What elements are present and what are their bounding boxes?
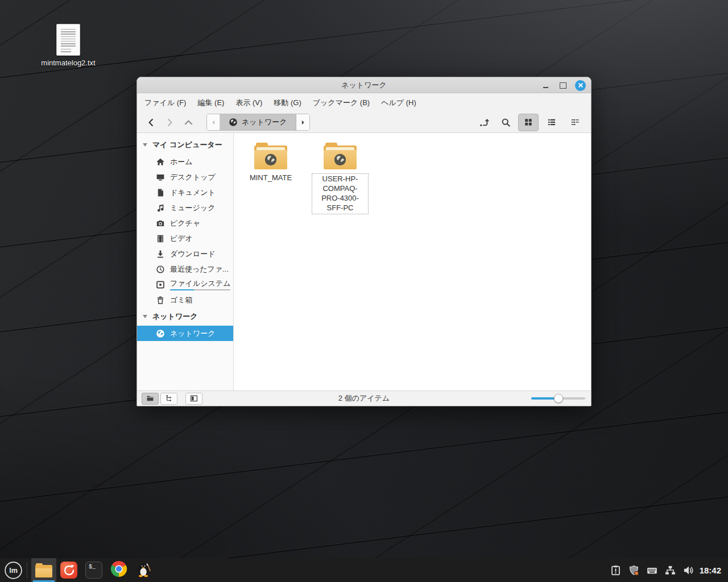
sidebar-item-videos[interactable]: ビデオ: [137, 231, 233, 246]
sidebar-item-pictures[interactable]: ピクチャ: [137, 215, 233, 231]
sidebar-item-documents[interactable]: ドキュメント: [137, 185, 233, 200]
tray-keyboard-icon[interactable]: [647, 565, 657, 576]
menu-go[interactable]: 移動 (G): [268, 98, 307, 108]
desktop-file-mintmatelog2[interactable]: mintmatelog2.txt: [39, 24, 98, 67]
places-pane-button[interactable]: [142, 393, 159, 405]
file-manager-window: ネットワーク ファイル (F)編集 (E)表示 (V)移動 (G)ブックマーク …: [136, 77, 592, 406]
collapse-triangle-icon: [143, 143, 147, 147]
edit-location-icon[interactable]: [475, 113, 494, 131]
sidebar-item-music[interactable]: ミュージック: [137, 200, 233, 215]
taskbar-app-tuxpaint[interactable]: [131, 558, 156, 582]
camera-icon: [156, 219, 165, 228]
hide-sidebar-button[interactable]: [185, 393, 202, 405]
svg-text:lm: lm: [9, 567, 18, 575]
forward-button[interactable]: [160, 113, 179, 131]
shared-folder-icon: [324, 143, 357, 169]
places-sidebar: マイ コンピューターホームデスクトップドキュメントミュージックピクチャビデオダウ…: [137, 133, 234, 390]
sidebar-item-label: ダウンロード: [170, 250, 216, 258]
path-button-network[interactable]: ネットワーク: [220, 114, 296, 130]
sidebar-item-label: ピクチャ: [170, 219, 200, 227]
sidebar-item-label: 最近使ったファ...: [170, 265, 229, 273]
document-icon: [156, 188, 165, 197]
taskbar-app-firefox[interactable]: [56, 558, 81, 582]
taskbar-apps: $_: [31, 558, 156, 582]
toolbar-right: [475, 113, 585, 131]
desktop[interactable]: mintmatelog2.txt ネットワーク ファイル (F)編集 (E)表示…: [0, 0, 728, 582]
collapse-triangle-icon: [143, 315, 147, 318]
film-icon: [156, 234, 165, 243]
firefox-icon: [60, 562, 77, 579]
file-manager-icon: [35, 563, 52, 577]
sidebar-section-network[interactable]: ネットワーク: [137, 307, 233, 326]
tree-pane-button[interactable]: [160, 393, 177, 405]
mint-menu-button[interactable]: lm: [0, 558, 27, 582]
taskbar-app-terminal[interactable]: $_: [81, 558, 106, 582]
sidebar-item-label: ネットワーク: [170, 329, 216, 338]
desktop-file-label: mintmatelog2.txt: [39, 59, 98, 67]
shared-folder-icon: [254, 143, 287, 169]
file-name-label: MINT_MATE: [250, 173, 292, 183]
taskbar-app-chrome[interactable]: [106, 558, 131, 582]
tray-network-icon[interactable]: [665, 565, 676, 576]
back-button[interactable]: [142, 113, 160, 131]
tray-volume-icon[interactable]: [683, 565, 694, 576]
menu-bar: ファイル (F)編集 (E)表示 (V)移動 (G)ブックマーク (B)ヘルプ …: [137, 93, 591, 112]
sidebar-item-label: ドキュメント: [170, 188, 216, 197]
sidebar-item-label: ファイルシステム: [170, 279, 230, 288]
window-content: マイ コンピューターホームデスクトップドキュメントミュージックピクチャビデオダウ…: [137, 133, 591, 390]
menu-edit[interactable]: 編集 (E): [192, 98, 230, 108]
path-bar: ネットワーク: [206, 114, 310, 131]
zoom-slider[interactable]: [531, 392, 585, 405]
sidebar-item-network[interactable]: ネットワーク: [137, 326, 233, 341]
sidebar-section-label: ネットワーク: [152, 311, 198, 322]
chrome-icon: [110, 560, 127, 580]
globe-icon: [229, 118, 238, 127]
sidebar-item-desktop[interactable]: デスクトップ: [137, 169, 233, 185]
text-file-icon: [56, 24, 80, 56]
sidebar-item-downloads[interactable]: ダウンロード: [137, 246, 233, 261]
menu-bookmarks[interactable]: ブックマーク (B): [307, 98, 375, 108]
sidebar-section-label: マイ コンピューター: [152, 140, 222, 150]
search-icon[interactable]: [497, 113, 515, 131]
sidebar-item-label: ミュージック: [170, 203, 216, 212]
up-button[interactable]: [179, 113, 198, 131]
sidebar-section-computer[interactable]: マイ コンピューター: [137, 136, 233, 154]
tray-clipboard-icon[interactable]: [610, 565, 621, 576]
window-controls: [541, 77, 586, 93]
taskbar: lm $_ 18:42: [0, 558, 728, 582]
home-icon: [156, 157, 165, 167]
path-scroll-right-button[interactable]: [296, 114, 309, 130]
sidebar-item-trash[interactable]: ゴミ箱: [137, 292, 233, 307]
download-icon: [156, 250, 165, 259]
tux-penguin-icon: [135, 560, 152, 580]
menu-file[interactable]: ファイル (F): [139, 98, 192, 108]
terminal-icon: $_: [85, 562, 102, 579]
sidebar-item-label: ホーム: [170, 157, 193, 166]
minimize-button[interactable]: [541, 81, 551, 90]
taskbar-app-caja[interactable]: [31, 558, 56, 582]
close-button[interactable]: [575, 80, 586, 91]
window-titlebar[interactable]: ネットワーク: [137, 77, 591, 93]
window-title: ネットワーク: [137, 77, 591, 93]
zoom-slider-handle[interactable]: [554, 394, 563, 403]
clock[interactable]: 18:42: [700, 566, 721, 575]
menu-view[interactable]: 表示 (V): [230, 98, 268, 108]
list-view-button[interactable]: [541, 114, 562, 131]
file-name-label: USER-HP-COMPAQ-PRO-4300-SFF-PC: [312, 173, 369, 214]
compact-view-button[interactable]: [565, 114, 585, 131]
taskbar-separator: [27, 562, 27, 578]
clock-icon: [156, 265, 165, 274]
menu-help[interactable]: ヘルプ (H): [375, 98, 422, 108]
network-folder-mint-mate[interactable]: MINT_MATE: [237, 141, 304, 183]
file-view[interactable]: MINT_MATEUSER-HP-COMPAQ-PRO-4300-SFF-PC: [234, 133, 591, 390]
icon-view-button[interactable]: [518, 114, 539, 131]
sidebar-item-home[interactable]: ホーム: [137, 154, 233, 169]
sidebar-item-recent[interactable]: 最近使ったファ...: [137, 261, 233, 277]
network-folder-user-hp-compaq-pro-4300-sff-pc[interactable]: USER-HP-COMPAQ-PRO-4300-SFF-PC: [307, 141, 374, 214]
maximize-button[interactable]: [558, 81, 568, 90]
system-tray: [610, 565, 698, 576]
path-scroll-left-button[interactable]: [207, 114, 220, 130]
sidebar-item-filesystem[interactable]: ファイルシステム: [137, 277, 233, 292]
tray-shield-updates-icon[interactable]: [628, 565, 639, 576]
sidebar-item-label: ゴミ箱: [170, 296, 193, 304]
